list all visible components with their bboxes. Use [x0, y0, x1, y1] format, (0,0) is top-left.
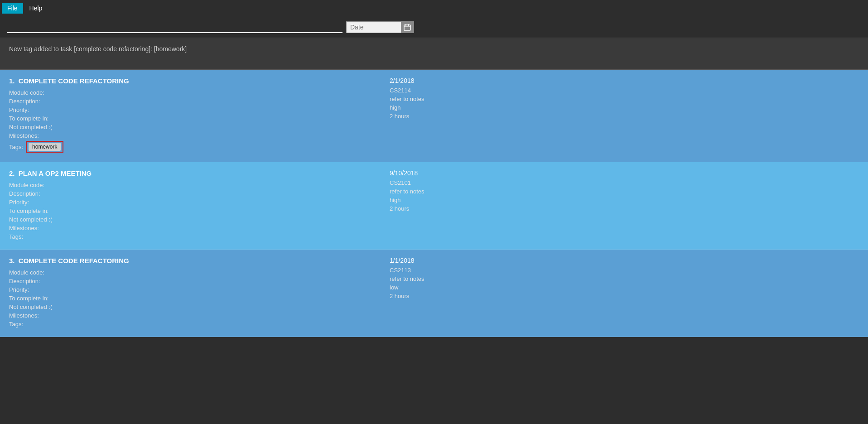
task-milestones: Milestones:	[9, 132, 381, 139]
task-description: Description:	[9, 98, 381, 105]
date-input[interactable]	[347, 22, 401, 33]
search-area	[0, 16, 868, 38]
task-date: 2/1/2018	[390, 77, 859, 84]
task-priority: Priority:	[9, 199, 381, 206]
task-tags: Tags:	[9, 321, 381, 328]
task-complete-in-value: 2 hours	[390, 293, 859, 299]
task-status: Not completed :(	[9, 304, 381, 310]
task-milestones: Milestones:	[9, 312, 381, 319]
task-milestones: Milestones:	[9, 225, 381, 231]
content-area[interactable]: 1. COMPLETE CODE REFACTORING Module code…	[0, 70, 868, 337]
task-status: Not completed :(	[9, 124, 381, 130]
task-title: 2. PLAN A OP2 MEETING	[9, 169, 381, 177]
task-description-value: refer to notes	[390, 96, 859, 102]
tag-badge: homework	[29, 143, 61, 151]
task-description-value: refer to notes	[390, 275, 859, 282]
task-priority-value: high	[390, 104, 859, 111]
task-right: 9/10/2018 CS2101 refer to notes high 2 h…	[381, 169, 859, 242]
task-priority-value: high	[390, 197, 859, 203]
task-complete-in-value: 2 hours	[390, 113, 859, 120]
search-input-wrapper	[7, 21, 342, 33]
task-right: 2/1/2018 CS2114 refer to notes high 2 ho…	[381, 77, 859, 154]
task-module-code: Module code:	[9, 182, 381, 188]
task-status: Not completed :(	[9, 216, 381, 223]
task-date: 1/1/2018	[390, 257, 859, 264]
task-complete-in: To complete in:	[9, 207, 381, 214]
task-priority: Priority:	[9, 106, 381, 113]
tag-highlight-box: homework	[26, 141, 63, 153]
task-complete-in: To complete in:	[9, 295, 381, 302]
notification-message: New tag added to task [complete code ref…	[9, 45, 187, 53]
menu-bar: File Help	[0, 0, 868, 16]
task-tags: Tags:	[9, 233, 381, 240]
task-complete-in: To complete in:	[9, 115, 381, 122]
menu-file[interactable]: File	[2, 3, 23, 14]
task-description: Description:	[9, 278, 381, 284]
menu-help[interactable]: Help	[24, 3, 48, 14]
task-module-code-value: CS2101	[390, 179, 859, 186]
task-tags: Tags: homework	[9, 141, 381, 153]
search-input[interactable]	[7, 21, 342, 32]
svg-rect-0	[404, 25, 410, 30]
task-priority-value: low	[390, 284, 859, 291]
tags-label: Tags:	[9, 321, 23, 328]
task-description-value: refer to notes	[390, 188, 859, 195]
task-right: 1/1/2018 CS2113 refer to notes low 2 hou…	[381, 257, 859, 329]
tags-label: Tags:	[9, 144, 23, 150]
task-left: 3. COMPLETE CODE REFACTORING Module code…	[9, 257, 381, 329]
calendar-icon	[404, 24, 411, 31]
date-input-wrapper	[346, 21, 414, 33]
task-title: 3. COMPLETE CODE REFACTORING	[9, 257, 381, 265]
task-module-code-value: CS2113	[390, 267, 859, 274]
task-module-code: Module code:	[9, 269, 381, 276]
task-title: 1. COMPLETE CODE REFACTORING	[9, 77, 381, 85]
task-card: 1. COMPLETE CODE REFACTORING Module code…	[0, 70, 868, 162]
notification-bar: New tag added to task [complete code ref…	[0, 38, 868, 70]
calendar-button[interactable]	[401, 22, 414, 33]
task-priority: Priority:	[9, 286, 381, 293]
task-card: 3. COMPLETE CODE REFACTORING Module code…	[0, 250, 868, 337]
task-card: 2. PLAN A OP2 MEETING Module code: Descr…	[0, 162, 868, 250]
task-left: 1. COMPLETE CODE REFACTORING Module code…	[9, 77, 381, 154]
task-date: 9/10/2018	[390, 169, 859, 177]
task-description: Description:	[9, 190, 381, 197]
task-complete-in-value: 2 hours	[390, 205, 859, 212]
tags-label: Tags:	[9, 233, 23, 240]
task-left: 2. PLAN A OP2 MEETING Module code: Descr…	[9, 169, 381, 242]
task-module-code: Module code:	[9, 89, 381, 96]
task-module-code-value: CS2114	[390, 87, 859, 94]
